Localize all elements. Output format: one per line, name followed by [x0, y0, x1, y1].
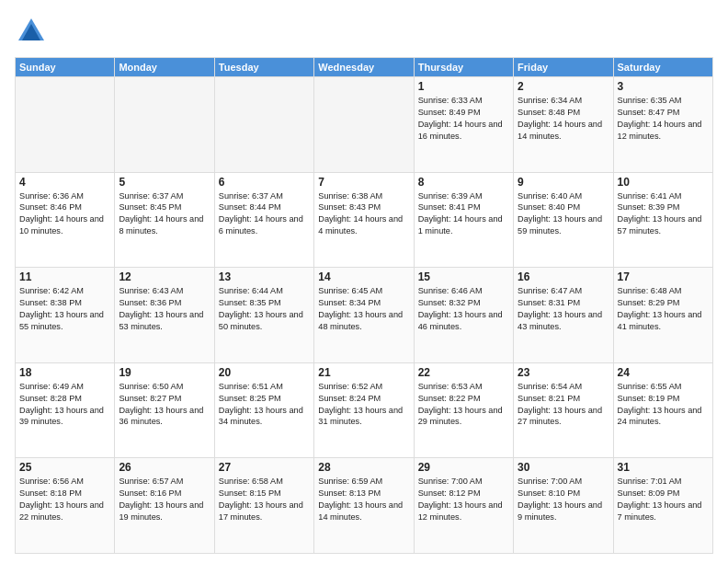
calendar-cell: 26Sunrise: 6:57 AMSunset: 8:16 PMDayligh… — [115, 458, 214, 554]
day-number: 4 — [19, 176, 110, 189]
day-number: 24 — [618, 366, 709, 379]
sunset-text: Sunset: 8:38 PM — [19, 297, 110, 309]
sunrise-text: Sunrise: 6:41 AM — [618, 190, 709, 202]
calendar-cell: 23Sunrise: 6:54 AMSunset: 8:21 PMDayligh… — [514, 362, 613, 458]
daylight-text: Daylight: 13 hours and 24 minutes. — [618, 405, 709, 429]
day-info: Sunrise: 6:57 AMSunset: 8:16 PMDaylight:… — [119, 476, 210, 523]
page: SundayMondayTuesdayWednesdayThursdayFrid… — [0, 0, 728, 563]
daylight-text: Daylight: 14 hours and 12 minutes. — [618, 119, 709, 143]
sunrise-text: Sunrise: 6:49 AM — [19, 381, 110, 393]
day-number: 18 — [19, 366, 110, 379]
calendar-header-row: SundayMondayTuesdayWednesdayThursdayFrid… — [16, 58, 713, 77]
calendar-cell — [214, 77, 313, 173]
calendar-cell: 12Sunrise: 6:43 AMSunset: 8:36 PMDayligh… — [115, 268, 214, 363]
calendar-cell: 27Sunrise: 6:58 AMSunset: 8:15 PMDayligh… — [214, 458, 313, 554]
calendar-cell: 22Sunrise: 6:53 AMSunset: 8:22 PMDayligh… — [414, 362, 513, 458]
sunset-text: Sunset: 8:32 PM — [418, 297, 509, 309]
daylight-text: Daylight: 13 hours and 50 minutes. — [219, 309, 310, 333]
day-info: Sunrise: 7:00 AMSunset: 8:12 PMDaylight:… — [418, 476, 509, 523]
calendar-cell — [314, 77, 414, 173]
calendar-week-3: 11Sunrise: 6:42 AMSunset: 8:38 PMDayligh… — [16, 268, 713, 363]
day-info: Sunrise: 6:46 AMSunset: 8:32 PMDaylight:… — [418, 285, 509, 333]
day-number: 14 — [318, 270, 409, 283]
col-header-saturday: Saturday — [613, 58, 712, 77]
day-number: 1 — [418, 80, 509, 93]
daylight-text: Daylight: 13 hours and 19 minutes. — [119, 500, 210, 523]
sunset-text: Sunset: 8:15 PM — [219, 488, 310, 500]
daylight-text: Daylight: 14 hours and 16 minutes. — [418, 119, 509, 143]
sunrise-text: Sunrise: 6:42 AM — [19, 285, 110, 297]
sunset-text: Sunset: 8:28 PM — [19, 393, 110, 405]
day-number: 6 — [219, 176, 310, 189]
sunset-text: Sunset: 8:22 PM — [418, 393, 509, 405]
sunrise-text: Sunrise: 6:55 AM — [618, 381, 709, 393]
day-info: Sunrise: 6:45 AMSunset: 8:34 PMDaylight:… — [318, 285, 409, 333]
sunset-text: Sunset: 8:39 PM — [618, 201, 709, 213]
sunrise-text: Sunrise: 6:35 AM — [618, 95, 709, 107]
calendar-cell: 2Sunrise: 6:34 AMSunset: 8:48 PMDaylight… — [514, 77, 613, 173]
sunrise-text: Sunrise: 6:58 AM — [219, 476, 310, 488]
day-number: 27 — [219, 461, 310, 474]
sunrise-text: Sunrise: 6:37 AM — [119, 190, 210, 202]
sunset-text: Sunset: 8:35 PM — [219, 297, 310, 309]
day-number: 8 — [418, 176, 509, 189]
calendar-cell: 21Sunrise: 6:52 AMSunset: 8:24 PMDayligh… — [314, 362, 414, 458]
daylight-text: Daylight: 14 hours and 14 minutes. — [518, 119, 609, 143]
sunrise-text: Sunrise: 6:57 AM — [119, 476, 210, 488]
sunrise-text: Sunrise: 6:39 AM — [418, 190, 509, 202]
sunset-text: Sunset: 8:29 PM — [618, 297, 709, 309]
sunset-text: Sunset: 8:34 PM — [318, 297, 409, 309]
sunrise-text: Sunrise: 6:56 AM — [19, 476, 110, 488]
day-number: 25 — [19, 461, 110, 474]
calendar-cell: 29Sunrise: 7:00 AMSunset: 8:12 PMDayligh… — [414, 458, 513, 554]
daylight-text: Daylight: 13 hours and 53 minutes. — [119, 309, 210, 333]
day-number: 3 — [618, 80, 709, 93]
sunset-text: Sunset: 8:25 PM — [219, 393, 310, 405]
calendar-cell: 7Sunrise: 6:38 AMSunset: 8:43 PMDaylight… — [314, 172, 414, 268]
daylight-text: Daylight: 14 hours and 1 minute. — [418, 213, 509, 237]
col-header-sunday: Sunday — [16, 58, 115, 77]
header — [15, 15, 713, 48]
sunset-text: Sunset: 8:12 PM — [418, 488, 509, 500]
col-header-friday: Friday — [514, 58, 613, 77]
calendar-cell: 3Sunrise: 6:35 AMSunset: 8:47 PMDaylight… — [613, 77, 712, 173]
daylight-text: Daylight: 13 hours and 59 minutes. — [518, 213, 609, 237]
sunrise-text: Sunrise: 6:43 AM — [119, 285, 210, 297]
calendar-cell: 24Sunrise: 6:55 AMSunset: 8:19 PMDayligh… — [613, 362, 712, 458]
day-info: Sunrise: 6:38 AMSunset: 8:43 PMDaylight:… — [318, 190, 409, 238]
day-number: 30 — [518, 461, 609, 474]
sunset-text: Sunset: 8:09 PM — [618, 488, 709, 500]
calendar-week-4: 18Sunrise: 6:49 AMSunset: 8:28 PMDayligh… — [16, 362, 713, 458]
daylight-text: Daylight: 14 hours and 10 minutes. — [19, 213, 110, 237]
calendar-cell: 6Sunrise: 6:37 AMSunset: 8:44 PMDaylight… — [214, 172, 313, 268]
sunrise-text: Sunrise: 7:00 AM — [418, 476, 509, 488]
daylight-text: Daylight: 13 hours and 36 minutes. — [119, 405, 210, 429]
col-header-monday: Monday — [115, 58, 214, 77]
calendar-cell: 31Sunrise: 7:01 AMSunset: 8:09 PMDayligh… — [613, 458, 712, 554]
calendar-cell: 9Sunrise: 6:40 AMSunset: 8:40 PMDaylight… — [514, 172, 613, 268]
sunrise-text: Sunrise: 6:36 AM — [19, 190, 110, 202]
day-info: Sunrise: 6:53 AMSunset: 8:22 PMDaylight:… — [418, 381, 509, 429]
sunrise-text: Sunrise: 6:54 AM — [518, 381, 609, 393]
daylight-text: Daylight: 14 hours and 8 minutes. — [119, 213, 210, 237]
calendar-week-1: 1Sunrise: 6:33 AMSunset: 8:49 PMDaylight… — [16, 77, 713, 173]
daylight-text: Daylight: 13 hours and 12 minutes. — [418, 500, 509, 523]
sunset-text: Sunset: 8:46 PM — [19, 201, 110, 213]
day-info: Sunrise: 6:47 AMSunset: 8:31 PMDaylight:… — [518, 285, 609, 333]
sunset-text: Sunset: 8:41 PM — [418, 201, 509, 213]
day-number: 10 — [618, 176, 709, 189]
sunrise-text: Sunrise: 6:38 AM — [318, 190, 409, 202]
calendar-cell: 13Sunrise: 6:44 AMSunset: 8:35 PMDayligh… — [214, 268, 313, 363]
calendar-week-2: 4Sunrise: 6:36 AMSunset: 8:46 PMDaylight… — [16, 172, 713, 268]
calendar-cell — [115, 77, 214, 173]
sunrise-text: Sunrise: 7:00 AM — [518, 476, 609, 488]
sunrise-text: Sunrise: 6:48 AM — [618, 285, 709, 297]
day-number: 20 — [219, 366, 310, 379]
sunrise-text: Sunrise: 6:33 AM — [418, 95, 509, 107]
day-number: 13 — [219, 270, 310, 283]
day-info: Sunrise: 6:58 AMSunset: 8:15 PMDaylight:… — [219, 476, 310, 523]
calendar-cell: 18Sunrise: 6:49 AMSunset: 8:28 PMDayligh… — [16, 362, 115, 458]
calendar-cell: 5Sunrise: 6:37 AMSunset: 8:45 PMDaylight… — [115, 172, 214, 268]
daylight-text: Daylight: 13 hours and 17 minutes. — [219, 500, 310, 523]
daylight-text: Daylight: 13 hours and 22 minutes. — [19, 500, 110, 523]
